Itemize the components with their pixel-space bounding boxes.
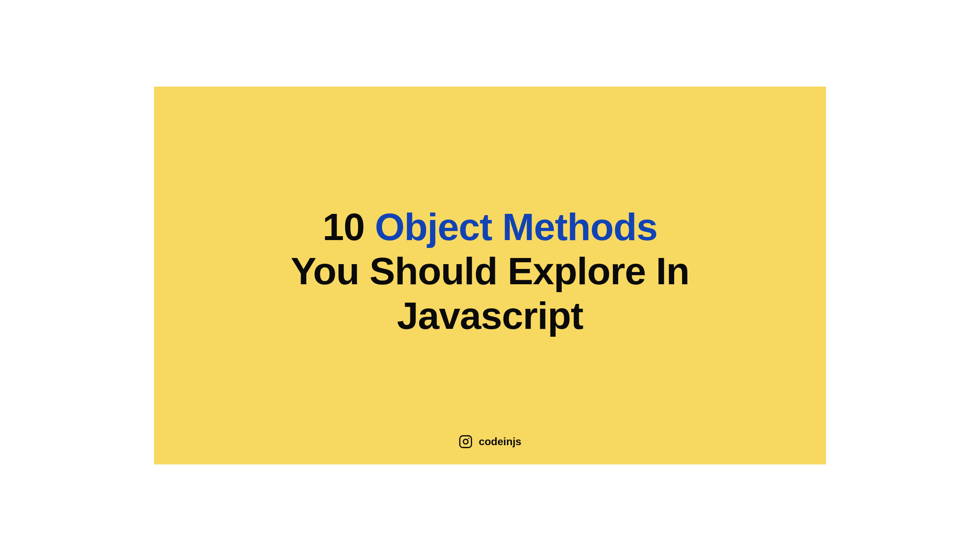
footer: codeinjs	[458, 435, 521, 449]
svg-rect-0	[460, 436, 472, 448]
social-handle: codeinjs	[479, 436, 521, 448]
title-line-3: Javascript	[290, 293, 689, 338]
title-line-1: 10 Object Methods	[290, 205, 689, 249]
slide-card: 10 Object Methods You Should Explore In …	[154, 87, 826, 464]
title-highlight: Object Methods	[375, 205, 658, 248]
title-line-2: You Should Explore In	[290, 249, 689, 293]
instagram-icon	[458, 435, 472, 449]
title-prefix: 10	[322, 205, 374, 248]
title-block: 10 Object Methods You Should Explore In …	[290, 205, 689, 338]
